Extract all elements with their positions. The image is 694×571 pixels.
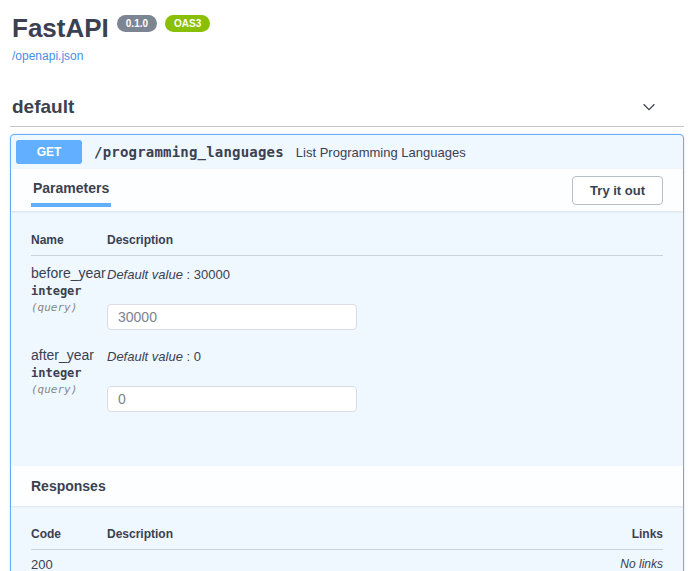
responses-title: Responses xyxy=(31,478,106,494)
default-value: : 30000 xyxy=(187,267,230,282)
response-row-200: 200 Successful Response No links xyxy=(31,550,663,571)
parameter-type: integer xyxy=(31,366,107,380)
parameter-default-text: Default value : 0 xyxy=(107,349,663,364)
column-code: Code xyxy=(31,527,107,541)
responses-table: Code Description Links 200 Successful Re… xyxy=(11,506,683,571)
openapi-spec-link[interactable]: /openapi.json xyxy=(12,49,83,63)
parameter-description-cell: Default value : 30000 xyxy=(107,265,663,330)
default-label: Default value xyxy=(107,349,183,364)
operation-description: List Programming Languages xyxy=(296,145,466,160)
opblock-get-programming-languages: GET /programming_languages List Programm… xyxy=(10,134,684,571)
parameter-name-cell: before_year integer (query) xyxy=(31,265,107,330)
default-value: : 0 xyxy=(187,349,201,364)
tag-name: default xyxy=(12,96,74,118)
parameter-type: integer xyxy=(31,284,107,298)
parameter-name-cell: after_year integer (query) xyxy=(31,347,107,412)
version-badge: 0.1.0 xyxy=(117,15,157,32)
chevron-down-icon[interactable] xyxy=(640,98,658,116)
parameter-row-after-year: after_year integer (query) Default value… xyxy=(31,338,663,420)
parameter-location: (query) xyxy=(31,383,107,396)
tab-parameters[interactable]: Parameters xyxy=(31,173,111,207)
response-description: Successful Response xyxy=(107,557,583,571)
response-links: No links xyxy=(583,557,663,571)
responses-section-header: Responses xyxy=(11,466,683,506)
try-it-out-button[interactable]: Try it out xyxy=(572,176,663,205)
responses-table-header: Code Description Links xyxy=(31,523,663,550)
column-links: Links xyxy=(583,527,663,541)
after-year-input[interactable] xyxy=(107,386,357,412)
oas3-badge: OAS3 xyxy=(165,15,210,32)
response-code: 200 xyxy=(31,557,107,571)
parameter-default-text: Default value : 30000 xyxy=(107,267,663,282)
default-label: Default value xyxy=(107,267,183,282)
http-method-badge: GET xyxy=(16,140,82,164)
column-description: Description xyxy=(107,233,663,247)
operation-path: /programming_languages xyxy=(94,144,284,160)
parameters-table-header: Name Description xyxy=(31,227,663,256)
page-title: FastAPI xyxy=(12,13,109,43)
api-info-header: FastAPI 0.1.0 OAS3 /openapi.json xyxy=(0,0,694,64)
before-year-input[interactable] xyxy=(107,304,357,330)
column-name: Name xyxy=(31,233,107,247)
parameter-location: (query) xyxy=(31,301,107,314)
parameter-name: after_year xyxy=(31,347,107,363)
parameters-table: Name Description before_year integer (qu… xyxy=(11,211,683,466)
parameter-description-cell: Default value : 0 xyxy=(107,347,663,412)
operation-summary[interactable]: GET /programming_languages List Programm… xyxy=(11,135,683,169)
parameter-name: before_year xyxy=(31,265,107,281)
column-description: Description xyxy=(107,527,583,541)
parameter-row-before-year: before_year integer (query) Default valu… xyxy=(31,256,663,338)
parameters-section-header: Parameters Try it out xyxy=(11,169,683,211)
tag-section-default[interactable]: default xyxy=(10,96,684,127)
